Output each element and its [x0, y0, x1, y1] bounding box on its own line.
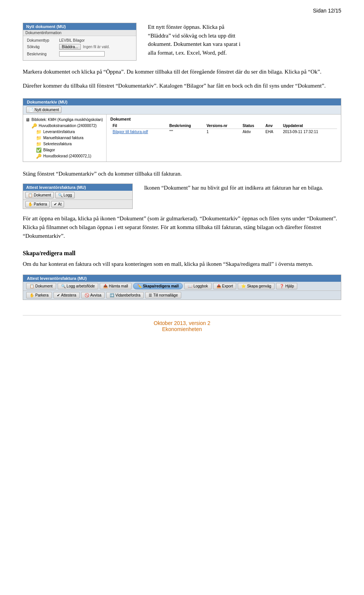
top-text-line3: dokument. Dokumentet kan vara sparat i: [148, 41, 240, 47]
doc-form-content: Dokumenttyp LEVBIL Bilagor Sökväg Bläddr…: [23, 36, 136, 60]
tree-manuell-label: Manuellskannad faktura: [43, 136, 83, 140]
nytt-dokument-title: Nytt dokument (MU): [23, 23, 136, 30]
bottom-parkera-btn[interactable]: ✋ Parkera: [26, 292, 52, 298]
bottom-dokument-btn[interactable]: 📋 Dokument: [26, 283, 56, 289]
bottom-logg-icon: 🔍: [61, 284, 66, 288]
bottom-vidare-icon: ➡️: [110, 293, 114, 297]
bottom-parkera-label: Parkera: [35, 293, 49, 297]
bottom-skapa-label: Skapa/redigera mall: [143, 284, 179, 288]
tree-main-transaction: 🔑 Huvudbokstransaktion (24000072): [25, 123, 104, 129]
bottom-vidare-btn[interactable]: ➡️ Vidarebefordra: [106, 292, 144, 298]
beskrivning-input[interactable]: [59, 51, 105, 57]
bottom-genväg-icon: ⭐: [241, 284, 246, 288]
tree-root: 🖥 Bibliotek: KMH (Kungliga musikhögskola…: [25, 117, 104, 123]
table-header-row: Fil Beskrivning Versions-nr Status Anv U…: [110, 123, 337, 129]
bottom-logg-label: Logg arbetsflöde: [67, 284, 95, 288]
attest-toolbar-row: 📋 Dokument 🔍 Logg: [23, 191, 132, 200]
page-number: Sidan 12/15: [313, 8, 341, 14]
bottom-doc-icon: 📋: [30, 284, 34, 288]
bottom-loggbok-icon: 📖: [188, 284, 192, 288]
computer-icon: 🖥: [25, 117, 30, 122]
table-row: Bilagor till faktura.pdf ””” 1 Aktiv EHA…: [110, 129, 337, 135]
key-icon: 🔑: [31, 123, 37, 129]
doc-archive-title: Dokumentarkiv (MU): [23, 99, 341, 105]
tree-bilagor-label: Bilagor: [43, 148, 55, 152]
top-text-line1: Ett nytt fönster öppnas. Klicka på: [148, 24, 224, 30]
checked-folder-icon: ✅: [36, 148, 42, 153]
bottom-avvisa-btn[interactable]: 🚫 Avvisa: [81, 292, 105, 298]
folder-icon-1: 📁: [36, 129, 42, 135]
doc-info-label: Dokumentinformation: [25, 31, 61, 35]
col-status: Status: [240, 123, 263, 129]
tree-root-label: Bibliotek: KMH (Kungliga musikhögskolan): [31, 118, 103, 122]
no-file-note: Ingen fil är vald.: [83, 45, 110, 49]
bottom-hjälp-icon: ❓: [279, 284, 284, 288]
doc-info-section: Dokumentinformation: [23, 30, 136, 36]
bläddra-button[interactable]: Bläddra...: [59, 44, 81, 50]
doc-archive-tree: 🖥 Bibliotek: KMH (Kungliga musikhögskola…: [23, 115, 107, 162]
file-name-cell[interactable]: Bilagor till faktura.pdf: [110, 129, 167, 135]
tree-lev-label: Leverantörsfaktura: [43, 130, 75, 134]
tree-sekretess-label: Sekretessfaktura: [43, 142, 72, 146]
bottom-attestera-btn[interactable]: ✔ Attestera: [53, 292, 80, 298]
para6: Om du har konterat en faktura och vill s…: [23, 260, 341, 268]
para3: Stäng fönstret “Dokumentarkiv” och du ko…: [23, 170, 341, 178]
bottom-export-label: Export: [222, 284, 233, 288]
bottom-export-btn[interactable]: 📤 Export: [213, 283, 237, 289]
doc-icon: 📄: [29, 108, 33, 112]
at-button[interactable]: ✔ At: [51, 201, 64, 207]
bottom-hamta-icon: 📥: [103, 284, 108, 288]
para4: Ikonen “Dokument” har nu blivit gul för …: [144, 184, 341, 192]
parkera-button[interactable]: ✋ Parkera: [25, 201, 50, 207]
bottom-doc-label: Dokument: [35, 284, 53, 288]
bottom-genväg-btn[interactable]: ⭐ Skapa genväg: [238, 283, 275, 289]
bottom-logg-btn[interactable]: 🔍 Logg arbetsflöde: [58, 283, 99, 289]
bottom-skapa-icon: ✏️: [137, 284, 142, 288]
key-icon-2: 🔑: [36, 154, 42, 159]
bottom-title: Attest leverantörsfaktura (MU): [23, 275, 341, 282]
para1: Markera dokumentet och klicka på “Öppna”…: [23, 68, 341, 76]
footer: Oktober 2013, version 2 Ekonomienheten: [23, 315, 341, 332]
bottom-normalläge-label: Till normalläge: [153, 293, 178, 297]
anv-cell: EHA: [263, 129, 281, 135]
bottom-attest-screenshot: Attest leverantörsfaktura (MU) 📋 Dokumen…: [23, 275, 341, 300]
tree-manuell: 📁 Manuellskannad faktura: [25, 135, 104, 141]
bottom-hamta-btn[interactable]: 📥 Hämta mall: [100, 283, 132, 289]
bottom-normalläge-icon: ☰: [149, 293, 152, 297]
top-section: Nytt dokument (MU) Dokumentinformation D…: [23, 23, 341, 61]
tree-huvud-label: Huvudboksrad (24000072,1): [43, 154, 91, 158]
parkera-label: Parkera: [34, 202, 47, 206]
bottom-hjälp-btn[interactable]: ❓ Hjälp: [276, 283, 297, 289]
para4-container: Ikonen “Dokument” har nu blivit gul för …: [144, 184, 341, 198]
bottom-loggbok-label: Loggbok: [193, 284, 208, 288]
para2: Därefter kommer du tillbaka till fönstre…: [23, 82, 341, 90]
beskrivning-label: Beskrivning: [27, 52, 59, 56]
tree-leverantorsfaktura: 📁 Leverantörsfaktura: [25, 129, 104, 135]
status-cell: Aktiv: [240, 129, 263, 135]
tree-main-label: Huvudbokstransaktion (24000072): [39, 124, 97, 128]
bottom-avvisa-label: Avvisa: [90, 293, 101, 297]
sokväg-label: Sökväg: [27, 45, 59, 49]
bottom-attestera-icon: ✔: [57, 293, 60, 297]
folder-icon-2: 📁: [36, 135, 42, 141]
section-heading: Skapa/redigera mall: [23, 250, 341, 257]
logg-button[interactable]: 🔍 Logg: [55, 192, 75, 198]
doc-type-row: Dokumenttyp LEVBIL Bilagor: [27, 38, 132, 42]
tree-huvudboksrad: 🔑 Huvudboksrad (24000072,1): [25, 153, 104, 159]
footer-line2: Ekonomienheten: [162, 326, 202, 332]
bottom-normalläge-btn[interactable]: ☰ Till normalläge: [145, 292, 181, 298]
nytt-dokument-label: Nytt dokument: [35, 108, 59, 112]
dokument-button[interactable]: 📋 Dokument: [25, 192, 54, 198]
bottom-attestera-label: Attestera: [61, 293, 76, 297]
nytt-dokument-button[interactable]: 📄 Nytt dokument: [26, 107, 61, 113]
bottom-loggbok-btn[interactable]: 📖 Loggbok: [184, 283, 211, 289]
doc-archive-screenshot: Dokumentarkiv (MU) 📄 Nytt dokument 🖥 Bib…: [23, 98, 341, 162]
col-beskrivning: Beskrivning: [167, 123, 204, 129]
beskrivning-row: Beskrivning: [27, 51, 132, 57]
col-versions-nr: Versions-nr: [204, 123, 240, 129]
doc-archive-toolbar: 📄 Nytt dokument: [23, 105, 341, 115]
bottom-hamta-label: Hämta mall: [109, 284, 128, 288]
attest-small-screenshot: Attest leverantörsfaktura (MU) 📋 Dokumen…: [23, 184, 133, 209]
bottom-skapa-btn[interactable]: ✏️ Skapa/redigera mall: [133, 283, 183, 289]
doc-archive-right: Dokument Fil Beskrivning Versions-nr Sta…: [107, 115, 341, 162]
